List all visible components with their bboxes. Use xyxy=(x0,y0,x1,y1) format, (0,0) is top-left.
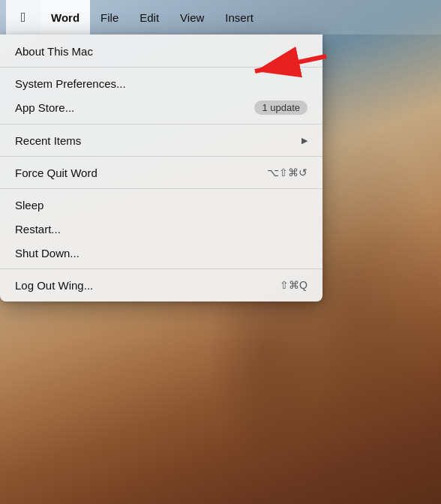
menubar:  Word File Edit View Insert xyxy=(0,0,441,34)
menubar-item-view[interactable]: View xyxy=(170,0,214,34)
force-quit-shortcut: ⌥⇧⌘↺ xyxy=(267,166,308,178)
menubar-item-word[interactable]: Word xyxy=(40,0,90,34)
red-arrow-indicator xyxy=(240,41,330,86)
menubar-item-insert[interactable]: Insert xyxy=(214,0,264,34)
menu-item-log-out-label: Log Out Wing... xyxy=(15,279,93,292)
separator-3 xyxy=(0,156,322,157)
menu-item-restart[interactable]: Restart... xyxy=(0,217,322,241)
menu-item-system-prefs-label: System Preferences... xyxy=(15,77,126,90)
menubar-item-file[interactable]: File xyxy=(90,0,129,34)
menu-item-sleep-label: Sleep xyxy=(15,199,44,212)
menu-item-force-quit[interactable]: Force Quit Word ⌥⇧⌘↺ xyxy=(0,160,322,184)
menu-item-app-store[interactable]: App Store... 1 update xyxy=(0,95,322,120)
menubar-item-edit[interactable]: Edit xyxy=(129,0,170,34)
svg-line-1 xyxy=(255,56,326,71)
menu-item-shut-down[interactable]: Shut Down... xyxy=(0,241,322,265)
menu-item-recent-items-label: Recent Items xyxy=(15,134,81,147)
menu-item-app-store-label: App Store... xyxy=(15,101,74,114)
menu-item-sleep[interactable]: Sleep xyxy=(0,193,322,217)
menu-item-shut-down-label: Shut Down... xyxy=(15,247,80,260)
apple-icon:  xyxy=(21,10,26,26)
menu-item-log-out[interactable]: Log Out Wing... ⇧⌘Q xyxy=(0,273,322,297)
separator-5 xyxy=(0,268,322,269)
log-out-shortcut: ⇧⌘Q xyxy=(280,279,308,291)
app-store-badge: 1 update xyxy=(254,100,308,115)
apple-menu-button[interactable]:  xyxy=(6,0,40,34)
menu-item-about-mac-label: About This Mac xyxy=(15,45,93,58)
separator-2 xyxy=(0,124,322,124)
separator-4 xyxy=(0,188,322,189)
menu-item-restart-label: Restart... xyxy=(15,223,61,236)
menu-item-force-quit-label: Force Quit Word xyxy=(15,166,98,179)
menu-item-recent-items[interactable]: Recent Items xyxy=(0,128,322,152)
